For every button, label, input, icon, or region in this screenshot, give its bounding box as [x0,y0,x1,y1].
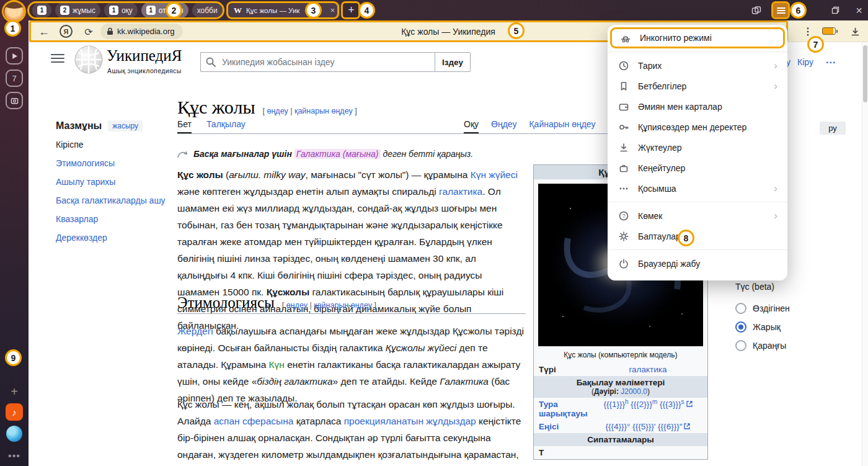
page-scrollbar[interactable] [862,42,868,466]
menu-item-incognito[interactable]: Инкогнито режимі [610,27,785,48]
menu-item-settings[interactable]: Баптаулар [608,226,787,246]
menu-item-downloads[interactable]: Жүктеулер [608,137,787,158]
edit-links[interactable]: [ өңдеу | қайнарын өңдеу ] [282,301,376,310]
tab-group[interactable]: хобби [192,2,223,18]
infobox-label: Т [539,448,593,457]
infobox-label-link[interactable]: Тура шарықтауы [539,400,593,418]
player-button[interactable] [6,47,23,65]
tab-group-count: 1 [146,6,156,15]
menu-item-bookmarks[interactable]: Бетбелгілер › [608,76,787,96]
browser-window: 7 + ♪ ••• 1 2 жұмыс 1 оқу 1 [0,0,868,466]
menu-item-extensions[interactable]: Кеңейтулер [608,158,787,178]
menu-separator [608,202,787,202]
tab-counter-badge[interactable]: 7 [6,69,23,87]
toc-item[interactable]: Этимологиясы [56,158,172,169]
annotation-step: 2 [166,2,182,19]
toc-item[interactable]: Дереккөздер [56,233,172,243]
wiki-menu-button[interactable] [51,53,66,66]
tab-edit-source[interactable]: Қайнарын өңдеу [529,119,595,133]
login-link[interactable]: Кіру [797,57,813,67]
hamburger-icon [777,7,786,14]
tab-talk[interactable]: Талқылау [206,119,246,133]
profile-avatar[interactable] [4,2,24,22]
tab-group[interactable]: 1 оқу [104,2,138,18]
infobox-epoch[interactable]: (Дәуірі: J2000.0) [536,387,706,396]
close-window-button[interactable]: ✕ [851,2,867,18]
sidebar-more-icon[interactable]: ••• [5,447,24,465]
wiki-search-input[interactable] [200,52,435,72]
reload-button[interactable]: ⟳ [82,25,95,38]
add-button[interactable]: + [5,382,24,401]
ra-value[interactable]: {{{1}}}h {{{2}}}m {{{3}}}s [603,400,684,409]
history-icon [618,60,630,72]
battery-saver-button[interactable] [822,27,836,35]
toc-item[interactable]: Ашылу тарихы [56,177,172,187]
color-setting-label: Түс (beta) [735,282,774,292]
tab-groups: 1 2 жұмыс 1 оқу 1 отбасы хобби [32,2,223,18]
infobox-value-link[interactable]: галактика [593,365,702,374]
paragraph[interactable]: Құс жолы — кең, ақшыл жолақ болып тұтасқ… [177,396,526,466]
tab-bar: 1 2 жұмыс 1 оқу 1 отбасы хобби W Құс жол… [29,0,868,20]
menu-item-passwords[interactable]: Құпиясөздер мен деректер [608,117,787,137]
radio-icon[interactable] [735,340,746,351]
color-option-light[interactable]: Жарық [735,321,781,333]
tab-close-icon[interactable]: × [330,6,335,15]
dec-value[interactable]: {{{4}}}° {{{5}}}′ {{{6}}}″ [606,422,683,431]
header-more-button[interactable]: ... [826,55,836,66]
back-button[interactable]: ← [37,25,51,38]
ellipsis-icon [618,182,630,195]
wikipedia-logo[interactable] [74,45,103,74]
menu-item-more[interactable]: Қосымша › [608,178,787,199]
devices-sync-button[interactable] [748,2,764,18]
download-icon [851,27,860,37]
alice-icon[interactable] [6,426,22,442]
menu-item-history[interactable]: Тарих › [608,55,787,76]
color-option-auto[interactable]: Өздігінен [735,303,790,314]
edit-links[interactable]: [ өңдеу | қайнарын өңдеу ] [263,107,357,115]
browser-tab[interactable]: W Құс жолы — Уик × [228,2,340,19]
infobox-section-header: Сипаттамалары [534,433,707,446]
toolbar-more-button[interactable]: ⋮ [802,25,813,37]
wiki-wordmark[interactable]: УикипедиЯ [107,47,182,65]
menu-item-quit[interactable]: Браузерді жабу [608,253,787,274]
tab-edit[interactable]: Өңдеу [491,119,516,133]
toc-item[interactable]: Кіріспе [56,140,172,150]
infobox-row: Т [534,446,707,459]
tab-read[interactable]: Оқу [464,119,479,133]
appearance-hide-button[interactable]: ру [820,122,846,135]
toc-item[interactable]: Квазарлар [56,214,172,225]
tab-group[interactable]: 1 [32,2,51,18]
menu-item-help[interactable]: ? Көмек › [608,205,787,226]
wiki-search-button[interactable]: Іздеу [435,52,471,72]
toc-heading: Мазмұны [56,120,102,132]
tab-group[interactable]: 2 жұмыс [55,2,100,18]
screenshot-button[interactable] [6,92,23,109]
infobox-section-header: Бақылау мәліметтері (Дәуірі: J2000.0) [534,376,707,398]
menu-item-label: Құпиясөздер мен деректер [638,122,777,132]
downloads-button[interactable] [848,25,862,38]
tab-group-count: 2 [60,6,69,15]
paragraph[interactable]: Жердегі бақылаушыға аспандағы мыңдаған ж… [177,323,526,406]
external-link-icon [686,401,693,407]
wiki-tagline: Ашық энциклопедиясы [107,67,182,74]
chevron-right-icon: › [774,60,777,71]
hatnote-text[interactable]: Басқа мағыналар үшін Галактика (мағына) … [193,149,473,159]
scrollbar-thumb[interactable] [863,45,867,102]
radio-icon[interactable] [735,303,746,314]
browser-menu-button[interactable] [773,2,789,18]
color-option-dark[interactable]: Қараңғы [735,340,786,351]
infobox-label-link[interactable]: Еңісі [539,422,593,431]
address-bar[interactable]: kk.wikipedia.org [100,24,183,39]
toc-hide-button[interactable]: жасыру [108,120,143,132]
yandex-music-icon[interactable]: ♪ [6,403,23,421]
new-tab-button[interactable]: + [342,2,360,19]
toc-item[interactable]: Басқа галактикаларды ашу [56,195,172,206]
yandex-search-icon[interactable]: Я [60,25,73,38]
redirect-icon [177,150,188,158]
menu-item-wallet[interactable]: Әмиян мен карталар [608,96,787,117]
menu-item-label: Жүктеулер [638,143,777,153]
restore-window-button[interactable] [827,2,844,18]
tab-page[interactable]: Бет [177,119,192,133]
menu-item-label: Кеңейтулер [638,163,777,173]
radio-icon-selected[interactable] [735,321,746,333]
